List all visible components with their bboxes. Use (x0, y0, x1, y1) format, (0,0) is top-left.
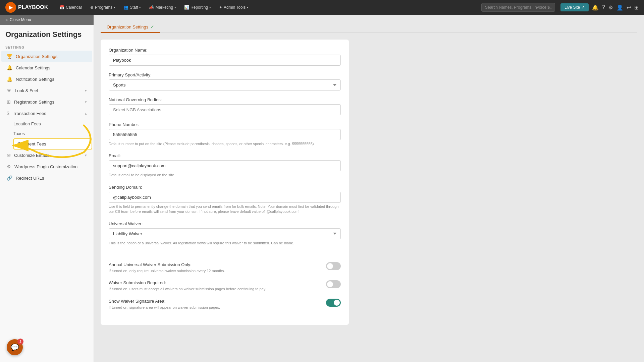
taxes-label: Taxes (13, 131, 25, 136)
sending-domain-label: Sending Domain: (109, 185, 341, 190)
show-signature-toggle[interactable] (326, 299, 341, 307)
sidebar-item-transaction-fees[interactable]: $ Transaction Fees ▴ (1, 108, 92, 119)
page-tabs: Organization Settings ✓ (101, 21, 637, 33)
chevron-up-icon: ▴ (85, 111, 87, 116)
calendar-icon: 📅 (59, 5, 64, 10)
sidebar-sub-location-fees[interactable]: Location Fees (13, 119, 92, 129)
sidebar-customize-emails-label: Customize Emails (14, 153, 49, 158)
universal-waiver-select[interactable]: Liability Waiver None (109, 228, 341, 239)
nav-marketing-label: Marketing (155, 5, 173, 10)
sidebar-item-redirect-urls[interactable]: 🔗 Redirect URLs (1, 172, 92, 184)
sidebar-title: Organization Settings (0, 25, 94, 42)
settings-section-label: SETTINGS (0, 42, 94, 51)
chevron-down-icon: ▾ (85, 153, 87, 158)
close-menu-label: Close Menu (10, 17, 31, 22)
help-icon[interactable]: ? (602, 4, 605, 10)
annual-waiver-info: Annual Universal Waiver Submission Only:… (109, 262, 326, 274)
annual-waiver-toggle[interactable] (326, 262, 341, 270)
reporting-icon: 📊 (184, 5, 189, 10)
sidebar-wordpress-label: Wordpress Plugin Customization (14, 164, 77, 169)
chat-badge-count: 2 (17, 339, 23, 345)
logo[interactable]: ▶ PLAYBOOK (5, 2, 48, 13)
marketing-icon: 📣 (149, 5, 154, 10)
live-site-label: Live Site (565, 5, 580, 10)
email-icon: ✉ (7, 153, 11, 158)
grid-icon[interactable]: ⊞ (634, 4, 639, 11)
toggle-slider (326, 280, 341, 288)
logo-text: PLAYBOOK (18, 4, 48, 10)
sending-domain-input[interactable] (109, 192, 341, 203)
nav-admin-label: Admin Tools (224, 5, 246, 10)
settings-gear-icon[interactable]: ⚙ (608, 4, 613, 11)
nav-calendar-label: Calendar (66, 5, 82, 10)
sidebar: « Close Menu Organization Settings SETTI… (0, 15, 94, 362)
nav-calendar[interactable]: 📅 Calendar (56, 4, 86, 11)
top-nav: ▶ PLAYBOOK 📅 Calendar ⊕ Programs ▾ 👥 Sta… (0, 0, 644, 15)
search-input[interactable] (481, 3, 555, 12)
sidebar-registration-label: Registration Settings (14, 100, 54, 105)
sidebar-item-look-feel[interactable]: 👁 Look & Feel ▾ (1, 85, 92, 96)
sidebar-org-settings-label: Organization Settings (16, 54, 57, 59)
sending-domain-hint: Use this field to permanently change the… (109, 204, 341, 215)
show-signature-row: Show Waiver Signature Area: If turned on… (109, 299, 341, 310)
universal-waiver-hint: This is the notion of a universal waiver… (109, 241, 341, 246)
logo-icon: ▶ (5, 2, 16, 13)
sidebar-item-calendar-settings[interactable]: 🔔 Calendar Settings (1, 62, 92, 73)
nav-reporting[interactable]: 📊 Reporting ▾ (181, 4, 214, 11)
nav-admin-tools[interactable]: ✦ Admin Tools ▾ (216, 4, 252, 11)
universal-waiver-group: Universal Waiver: Liability Waiver None … (109, 221, 341, 246)
email-label: Email: (109, 153, 341, 158)
sidebar-redirect-label: Redirect URLs (16, 176, 44, 181)
chevron-down-icon: ▾ (85, 88, 87, 93)
nav-search-container (481, 3, 555, 12)
programs-icon: ⊕ (90, 5, 94, 10)
sidebar-sub-payment-fees[interactable]: Payment Fees (13, 138, 92, 149)
org-name-group: Organization Name: (109, 48, 341, 66)
nav-staff-label: Staff (130, 5, 138, 10)
ngb-input[interactable] (109, 104, 341, 115)
user-profile-icon[interactable]: 👤 (616, 4, 623, 11)
chevron-down-icon: ▾ (85, 100, 87, 104)
annual-waiver-desc: If turned on, only require universal wai… (109, 268, 319, 274)
nav-marketing[interactable]: 📣 Marketing ▾ (146, 4, 179, 11)
phone-hint: Default number to put on the site (Pleas… (109, 141, 341, 146)
waiver-required-desc: If turned on, users must accept all waiv… (109, 287, 319, 292)
phone-input[interactable] (109, 129, 341, 140)
chevron-down-icon: ▾ (174, 6, 176, 9)
transaction-fees-submenu: Location Fees Taxes Payment Fees (0, 119, 94, 149)
phone-group: Phone Number: Default number to put on t… (109, 122, 341, 146)
nav-programs[interactable]: ⊕ Programs ▾ (87, 4, 119, 11)
sidebar-transaction-fees-label: Transaction Fees (13, 111, 46, 116)
sending-domain-group: Sending Domain: Use this field to perman… (109, 185, 341, 215)
chevron-down-icon: ▾ (209, 6, 211, 9)
logout-icon[interactable]: ↩ (627, 4, 631, 11)
eye-icon: 👁 (7, 88, 11, 93)
toggle-slider (326, 262, 341, 270)
sidebar-item-notification-settings[interactable]: 🔔 Notification Settings (1, 73, 92, 85)
nav-staff[interactable]: 👥 Staff ▾ (120, 4, 144, 11)
chevron-down-icon: ▾ (114, 6, 115, 9)
sidebar-item-wordpress[interactable]: ⚙ Wordpress Plugin Customization (1, 161, 92, 172)
waiver-required-toggle[interactable] (326, 280, 341, 288)
tab-org-settings[interactable]: Organization Settings ✓ (101, 21, 160, 33)
org-name-input[interactable] (109, 55, 341, 66)
notification-bell-icon[interactable]: 🔔 (592, 4, 599, 11)
chat-icon: 💬 (11, 343, 19, 351)
primary-sport-select[interactable]: Sports Fitness Dance Other (109, 79, 341, 90)
annual-waiver-title: Annual Universal Waiver Submission Only: (109, 262, 319, 267)
ngb-label: National Governing Bodies: (109, 97, 341, 102)
universal-waiver-label: Universal Waiver: (109, 221, 341, 226)
live-site-button[interactable]: Live Site ↗ (560, 3, 589, 11)
admin-icon: ✦ (219, 5, 222, 10)
sidebar-sub-taxes[interactable]: Taxes (13, 129, 92, 138)
close-menu-button[interactable]: « Close Menu (0, 15, 94, 25)
sidebar-item-org-settings[interactable]: 🏆 Organization Settings (1, 51, 92, 62)
sidebar-look-feel-label: Look & Feel (15, 88, 38, 93)
sidebar-item-registration-settings[interactable]: ⊞ Registration Settings ▾ (1, 96, 92, 108)
chat-bubble-button[interactable]: 💬 2 (7, 339, 23, 355)
sidebar-item-customize-emails[interactable]: ✉ Customize Emails ▾ (1, 149, 92, 161)
email-input[interactable] (109, 160, 341, 171)
primary-sport-group: Primary Sport/Activity: Sports Fitness D… (109, 72, 341, 90)
grid-form-icon: ⊞ (7, 99, 11, 105)
nav-programs-label: Programs (95, 5, 112, 10)
